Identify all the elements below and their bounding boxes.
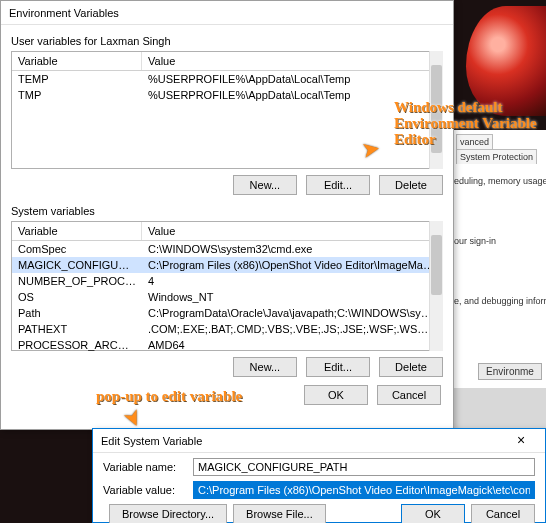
cell-value: %USERPROFILE%\AppData\Local\Temp [142, 87, 442, 103]
bg-dark-top [450, 0, 546, 140]
variable-value-label: Variable value: [103, 484, 193, 496]
cell-variable: MAGICK_CONFIGURE_PATH [12, 257, 142, 273]
ok-button[interactable]: OK [401, 504, 465, 523]
col-variable[interactable]: Variable [12, 52, 142, 70]
system-vars-list[interactable]: Variable Value ComSpecC:\WINDOWS\system3… [11, 221, 443, 351]
cell-variable: NUMBER_OF_PROCESSORS [12, 273, 142, 289]
browse-file-button[interactable]: Browse File... [233, 504, 326, 523]
red-blob-graphic [466, 6, 546, 116]
variable-name-label: Variable name: [103, 461, 193, 473]
table-row[interactable]: NUMBER_OF_PROCESSORS4 [12, 273, 442, 289]
table-row[interactable]: PathC:\ProgramData\Oracle\Java\javapath;… [12, 305, 442, 321]
scrollbar-thumb[interactable] [431, 235, 442, 295]
cell-variable: TMP [12, 87, 142, 103]
sys-text: our sign-in [454, 236, 543, 246]
system-vars-group: System variables Variable Value ComSpecC… [11, 205, 443, 377]
cell-value: 4 [142, 273, 442, 289]
sys-text: eduling, memory usage, and vi [454, 176, 543, 186]
window-title: Environment Variables [9, 7, 119, 19]
edit-button[interactable]: Edit... [306, 175, 370, 195]
browse-directory-button[interactable]: Browse Directory... [109, 504, 227, 523]
cell-variable: PATHEXT [12, 321, 142, 337]
ok-button[interactable]: OK [304, 385, 368, 405]
cancel-button[interactable]: Cancel [471, 504, 535, 523]
delete-button[interactable]: Delete [379, 175, 443, 195]
window-title: Edit System Variable [101, 435, 202, 447]
bg-dark-bottom [0, 428, 92, 523]
table-row[interactable]: PROCESSOR_ARCHITECTUREAMD64 [12, 337, 442, 353]
sys-text: e, and debugging information [454, 296, 543, 306]
edit-titlebar: Edit System Variable × [93, 429, 545, 453]
new-button[interactable]: New... [233, 357, 297, 377]
user-button-row: New... Edit... Delete [11, 175, 443, 195]
dialog-button-row: OK Cancel [1, 385, 441, 405]
user-vars-label: User variables for Laxman Singh [11, 35, 443, 47]
edit-button-row: Browse Directory... Browse File... OK Ca… [103, 504, 535, 523]
environment-variables-window: Environment Variables User variables for… [0, 0, 454, 430]
cancel-button[interactable]: Cancel [377, 385, 441, 405]
new-button[interactable]: New... [233, 175, 297, 195]
list-header: Variable Value [12, 52, 442, 71]
delete-button[interactable]: Delete [379, 357, 443, 377]
cell-value: Windows_NT [142, 289, 442, 305]
cell-value: .COM;.EXE;.BAT;.CMD;.VBS;.VBE;.JS;.JSE;.… [142, 321, 442, 337]
edit-system-variable-window: Edit System Variable × Variable name: Va… [92, 428, 546, 523]
edit-button[interactable]: Edit... [306, 357, 370, 377]
cell-value: %USERPROFILE%\AppData\Local\Temp [142, 71, 442, 87]
environment-variables-button[interactable]: Environme [478, 363, 542, 380]
user-vars-group: User variables for Laxman Singh Variable… [11, 35, 443, 195]
tab-advanced[interactable]: vanced [456, 134, 493, 149]
user-vars-list[interactable]: Variable Value TEMP%USERPROFILE%\AppData… [11, 51, 443, 169]
variable-name-row: Variable name: [103, 458, 535, 476]
table-row[interactable]: ComSpecC:\WINDOWS\system32\cmd.exe [12, 241, 442, 257]
cell-variable: OS [12, 289, 142, 305]
cell-value: C:\Program Files (x86)\OpenShot Video Ed… [142, 257, 442, 273]
cell-variable: TEMP [12, 71, 142, 87]
col-value[interactable]: Value [142, 222, 442, 240]
variable-value-row: Variable value: [103, 481, 535, 499]
variable-value-input[interactable] [193, 481, 535, 499]
table-row[interactable]: PATHEXT.COM;.EXE;.BAT;.CMD;.VBS;.VBE;.JS… [12, 321, 442, 337]
col-variable[interactable]: Variable [12, 222, 142, 240]
col-value[interactable]: Value [142, 52, 442, 70]
list-header: Variable Value [12, 222, 442, 241]
cell-value: AMD64 [142, 337, 442, 353]
cell-value: C:\WINDOWS\system32\cmd.exe [142, 241, 442, 257]
variable-name-input[interactable] [193, 458, 535, 476]
scrollbar[interactable] [429, 221, 443, 351]
table-row[interactable]: TMP%USERPROFILE%\AppData\Local\Temp [12, 87, 442, 103]
table-row[interactable]: TEMP%USERPROFILE%\AppData\Local\Temp [12, 71, 442, 87]
cell-variable: ComSpec [12, 241, 142, 257]
system-properties-panel: vancedSystem Protection eduling, memory … [450, 130, 546, 388]
table-row[interactable]: MAGICK_CONFIGURE_PATHC:\Program Files (x… [12, 257, 442, 273]
cell-value: C:\ProgramData\Oracle\Java\javapath;C:\W… [142, 305, 442, 321]
table-row[interactable]: OSWindows_NT [12, 289, 442, 305]
cell-variable: Path [12, 305, 142, 321]
tab-system-protection[interactable]: System Protection [456, 149, 537, 164]
cell-variable: PROCESSOR_ARCHITECTURE [12, 337, 142, 353]
env-titlebar: Environment Variables [1, 1, 453, 25]
close-icon[interactable]: × [505, 429, 537, 451]
system-vars-label: System variables [11, 205, 443, 217]
scrollbar-thumb[interactable] [431, 65, 442, 153]
sys-button-row: New... Edit... Delete [11, 357, 443, 377]
scrollbar[interactable] [429, 51, 443, 169]
